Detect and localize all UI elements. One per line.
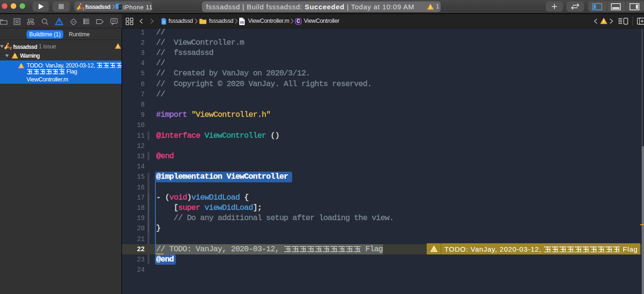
svg-text:m: m (240, 20, 244, 25)
